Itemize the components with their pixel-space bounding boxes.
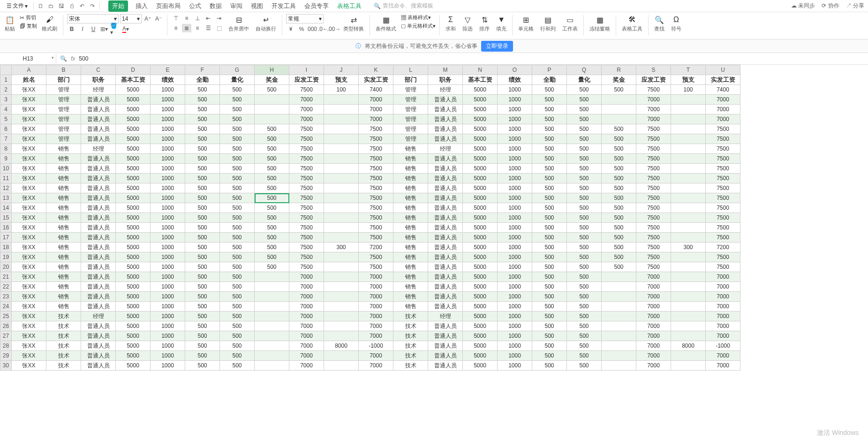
cell[interactable] [324, 154, 359, 164]
cell[interactable]: 7000 [636, 331, 671, 341]
cell[interactable]: 500 [602, 203, 636, 213]
cell[interactable]: 5000 [116, 272, 151, 282]
cell[interactable]: 500 [602, 154, 636, 164]
cell[interactable] [255, 312, 289, 321]
cell[interactable]: 5000 [463, 85, 498, 95]
cell[interactable]: 1000 [151, 302, 185, 312]
cell[interactable]: 奖金 [602, 75, 636, 85]
cell[interactable]: 7000 [359, 331, 393, 341]
cell[interactable]: 500 [185, 85, 220, 95]
cell[interactable]: 5000 [463, 331, 498, 341]
cell[interactable]: 5000 [463, 282, 498, 292]
cell[interactable]: 500 [220, 174, 255, 183]
cell[interactable]: 500 [567, 114, 602, 124]
cell[interactable]: 1000 [151, 282, 185, 292]
cell[interactable]: 5000 [116, 134, 151, 144]
cell[interactable]: 张XX [12, 361, 46, 371]
cell[interactable]: 500 [532, 292, 567, 302]
cell[interactable]: 1000 [151, 361, 185, 371]
cond-format-button[interactable]: ▦条件格式 [374, 14, 398, 33]
cell[interactable]: 500 [185, 105, 220, 114]
cell[interactable]: 经理 [81, 85, 116, 95]
col-header-G[interactable]: G [220, 65, 255, 75]
row-header-28[interactable]: 28 [0, 341, 12, 351]
cell[interactable] [671, 95, 706, 105]
cell[interactable]: 1000 [498, 213, 532, 223]
indent-decrease-icon[interactable]: ⇤ [204, 14, 213, 23]
cell[interactable]: 500 [185, 243, 220, 252]
cell[interactable] [671, 134, 706, 144]
cell[interactable]: 技术 [46, 361, 81, 371]
cell[interactable] [255, 272, 289, 282]
cell[interactable]: 张XX [12, 154, 46, 164]
share-button[interactable]: ↗ 分享 [846, 2, 864, 10]
cell[interactable] [324, 302, 359, 312]
open-icon[interactable]: 🗀 [47, 2, 55, 10]
cell[interactable]: 7500 [636, 144, 671, 154]
ribbon-tab-2[interactable]: 页面布局 [155, 0, 181, 12]
cell[interactable] [602, 292, 636, 302]
cell[interactable]: 7000 [359, 292, 393, 302]
cell[interactable]: 5000 [463, 252, 498, 262]
cell[interactable]: 经理 [428, 312, 463, 321]
cell[interactable]: 实发工资 [706, 75, 740, 85]
cell[interactable]: 1000 [498, 114, 532, 124]
cell[interactable]: 管理 [393, 124, 428, 134]
cell[interactable]: 普通人员 [81, 321, 116, 331]
cell[interactable]: 张XX [12, 193, 46, 203]
cell[interactable]: 销售 [393, 144, 428, 154]
cell[interactable] [324, 193, 359, 203]
coop-button[interactable]: ⟳ 协作 [822, 2, 839, 10]
cell[interactable]: 销售 [46, 203, 81, 213]
cell[interactable]: 500 [567, 361, 602, 371]
cell[interactable]: 管理 [46, 124, 81, 134]
cell[interactable]: 7000 [636, 341, 671, 351]
cell[interactable]: 1000 [498, 105, 532, 114]
cell[interactable]: 500 [567, 282, 602, 292]
cell[interactable]: 500 [185, 183, 220, 193]
row-header-30[interactable]: 30 [0, 361, 12, 371]
cell[interactable] [671, 321, 706, 331]
cell[interactable]: 销售 [46, 183, 81, 193]
freeze-panes-button[interactable]: ▦冻结窗格 [588, 14, 612, 33]
cell[interactable]: 5000 [116, 292, 151, 302]
redo-icon[interactable]: ↷ [88, 2, 97, 10]
cell[interactable]: 500 [185, 361, 220, 371]
cell[interactable]: 500 [255, 223, 289, 233]
cell[interactable] [324, 174, 359, 183]
cell[interactable]: 500 [532, 312, 567, 321]
cell[interactable]: 5000 [116, 124, 151, 134]
cell[interactable]: 7500 [706, 262, 740, 272]
cell[interactable]: 500 [567, 95, 602, 105]
cell[interactable]: 1000 [498, 243, 532, 252]
cell[interactable]: 7000 [706, 361, 740, 371]
cell[interactable]: 1000 [151, 223, 185, 233]
cell[interactable]: 500 [532, 361, 567, 371]
cell[interactable] [671, 292, 706, 302]
ribbon-tab-7[interactable]: 开发工具 [271, 0, 297, 12]
cell[interactable]: 1000 [151, 252, 185, 262]
border-button[interactable]: ⊞▾ [99, 25, 109, 33]
cell[interactable] [324, 262, 359, 272]
cell[interactable]: 应发工资 [289, 75, 324, 85]
cell[interactable]: 7000 [359, 272, 393, 282]
cell[interactable]: 7500 [636, 164, 671, 174]
underline-button[interactable]: U [89, 25, 98, 33]
col-header-A[interactable]: A [12, 65, 46, 75]
cell[interactable]: 管理 [46, 134, 81, 144]
cell[interactable]: 5000 [116, 233, 151, 243]
cell[interactable]: 500 [185, 134, 220, 144]
cell[interactable]: 5000 [463, 272, 498, 282]
align-bottom-icon[interactable]: ⊥ [193, 14, 202, 23]
cell[interactable]: 张XX [12, 302, 46, 312]
col-header-L[interactable]: L [393, 65, 428, 75]
cell[interactable]: 1000 [151, 193, 185, 203]
cell[interactable]: 5000 [463, 174, 498, 183]
cell[interactable]: 5000 [463, 144, 498, 154]
cell[interactable]: 1000 [498, 302, 532, 312]
cell[interactable]: 职务 [428, 75, 463, 85]
cell[interactable]: 普通人员 [81, 262, 116, 272]
cell[interactable]: 1000 [151, 144, 185, 154]
cell[interactable]: 销售 [46, 272, 81, 282]
cell[interactable]: 8000 [324, 341, 359, 351]
